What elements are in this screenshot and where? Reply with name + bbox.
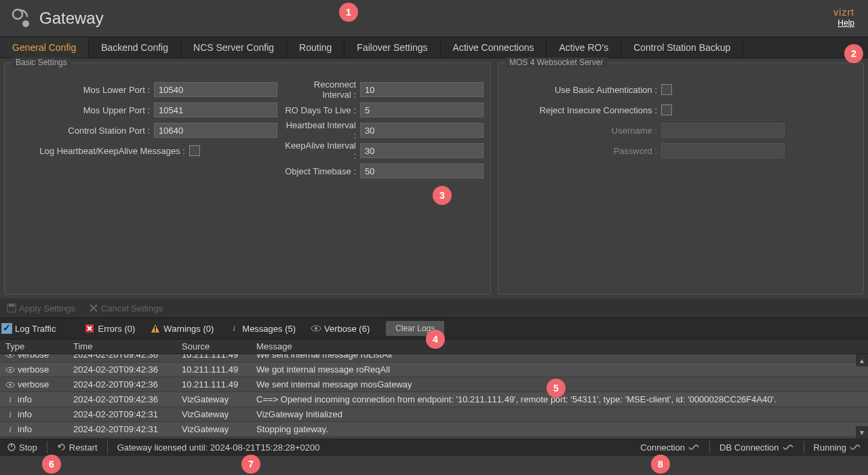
- log-type: verbose: [18, 364, 49, 375]
- log-col-time: Time: [68, 341, 176, 352]
- log-traffic-label: Log Traffic: [15, 324, 56, 334]
- ro-days-label: RO Days To Live :: [284, 105, 360, 115]
- tab-failover-settings[interactable]: Failover Settings: [344, 37, 440, 58]
- svg-point-10: [9, 354, 11, 356]
- tab-active-ros[interactable]: Active RO's: [547, 37, 621, 58]
- annotation-marker: 6: [42, 455, 61, 474]
- tab-backend-config[interactable]: Backend Config: [89, 37, 181, 58]
- apply-settings-label: Apply Settings: [19, 303, 75, 314]
- tab-bar: General Config Backend Config NCS Server…: [0, 37, 868, 58]
- log-time: 2024-02-20T09:42:36: [68, 394, 176, 404]
- log-traffic-checkbox[interactable]: [1, 323, 12, 334]
- scroll-down-button[interactable]: ▼: [856, 426, 868, 438]
- tab-active-connections[interactable]: Active Connections: [441, 37, 547, 58]
- svg-point-1: [22, 20, 29, 27]
- log-col-source: Source: [176, 341, 251, 352]
- control-station-port-label: Control Station Port :: [12, 126, 154, 136]
- tab-ncs-server-config[interactable]: NCS Server Config: [181, 37, 287, 58]
- restart-button[interactable]: Restart: [53, 442, 102, 453]
- log-row[interactable]: iinfo 2024-02-20T09:42:31 VizGateway Viz…: [0, 407, 868, 422]
- object-timebase-label: Object Timebase :: [284, 166, 360, 176]
- annotation-marker: 4: [426, 330, 445, 349]
- mos-upper-port-input[interactable]: [154, 102, 277, 117]
- log-row[interactable]: verbose 2024-02-20T09:42:36 10.211.111.4…: [0, 354, 868, 362]
- svg-point-14: [9, 383, 11, 385]
- content-area: Basic Settings Mos Lower Port : Mos Uppe…: [0, 58, 868, 299]
- mos-lower-port-input[interactable]: [154, 82, 277, 97]
- link-icon: [782, 442, 794, 452]
- info-icon: i: [5, 409, 15, 420]
- log-source: VizGateway: [176, 394, 251, 404]
- restart-label: Restart: [69, 442, 98, 453]
- log-row[interactable]: verbose 2024-02-20T09:42:36 10.211.111.4…: [0, 377, 868, 392]
- license-info: Gateway licensed until: 2024-08-21T15:28…: [113, 442, 324, 453]
- help-link[interactable]: Help: [837, 18, 854, 28]
- control-station-port-input[interactable]: [154, 123, 277, 138]
- tab-routing[interactable]: Routing: [287, 37, 344, 58]
- reconnect-interval-label: Reconnect Interval :: [284, 79, 360, 100]
- verbose-icon: [5, 381, 15, 388]
- log-row[interactable]: iinfo 2024-02-20T09:42:36 VizGateway C==…: [0, 392, 868, 407]
- cancel-settings-button[interactable]: Cancel Settings: [83, 301, 168, 316]
- warning-icon: [150, 323, 161, 334]
- db-connection-label: DB Connection: [719, 442, 778, 453]
- keepalive-interval-input[interactable]: [360, 143, 484, 158]
- log-time: 2024-02-20T09:42:36: [68, 364, 176, 375]
- use-basic-auth-checkbox[interactable]: [661, 84, 672, 95]
- annotation-marker: 1: [339, 3, 358, 22]
- reconnect-interval-input[interactable]: [360, 82, 484, 97]
- log-row[interactable]: verbose 2024-02-20T09:42:36 10.211.111.4…: [0, 362, 868, 377]
- brand-area: vizrt Help: [833, 7, 854, 28]
- basic-settings-panel: Basic Settings Mos Lower Port : Mos Uppe…: [4, 62, 491, 294]
- log-type: info: [18, 424, 32, 434]
- info-icon: i: [5, 394, 15, 405]
- log-message: VizGateway Initialized: [251, 409, 868, 419]
- tab-general-config[interactable]: General Config: [0, 37, 89, 58]
- log-message: We sent internal message roListAll: [251, 354, 868, 360]
- object-timebase-input[interactable]: [360, 164, 484, 178]
- heartbeat-interval-input[interactable]: [360, 123, 484, 138]
- heartbeat-interval-label: Heartbeat Interval :: [284, 120, 360, 140]
- log-time: 2024-02-20T09:42:31: [68, 409, 176, 419]
- svg-point-12: [9, 368, 11, 370]
- gateway-icon: [11, 7, 33, 29]
- username-input[interactable]: [661, 123, 785, 138]
- verbose-icon: [311, 323, 321, 334]
- log-type: info: [18, 409, 32, 419]
- link-icon: [849, 442, 861, 452]
- apply-settings-button[interactable]: Apply Settings: [1, 301, 81, 316]
- log-source: 10.211.111.49: [176, 364, 251, 375]
- log-table-body: verbose 2024-02-20T09:42:36 10.211.111.4…: [0, 354, 868, 438]
- svg-point-8: [315, 327, 317, 330]
- password-label: Password :: [505, 146, 661, 156]
- filter-messages[interactable]: i Messages (5): [226, 323, 298, 334]
- reject-insecure-checkbox[interactable]: [661, 104, 672, 115]
- log-source: 10.211.111.49: [176, 354, 251, 360]
- info-icon: i: [229, 323, 239, 334]
- log-time: 2024-02-20T09:42:36: [68, 379, 176, 390]
- app-title: Gateway: [39, 9, 104, 28]
- ro-days-input[interactable]: [360, 102, 484, 117]
- reject-insecure-label: Reject Insecure Connections :: [505, 105, 661, 115]
- filter-warnings[interactable]: Warnings (0): [147, 323, 216, 334]
- annotation-marker: 2: [844, 44, 863, 63]
- filter-errors[interactable]: Errors (0): [81, 323, 138, 334]
- log-row[interactable]: iinfo 2024-02-20T09:42:31 VizGateway Sto…: [0, 422, 868, 437]
- log-traffic-toggle[interactable]: Log Traffic: [1, 323, 56, 334]
- log-source: 10.211.111.49: [176, 379, 251, 390]
- verbose-icon: [5, 354, 15, 358]
- password-input[interactable]: [661, 143, 785, 158]
- tab-control-station-backup[interactable]: Control Station Backup: [621, 37, 743, 58]
- scroll-up-button[interactable]: ▲: [856, 354, 868, 366]
- cancel-icon: [89, 303, 98, 313]
- brand-text: vizrt: [833, 7, 854, 18]
- verbose-icon: [5, 366, 15, 373]
- stop-button[interactable]: Stop: [3, 442, 41, 453]
- websocket-server-panel: MOS 4 Websocket Server Use Basic Authent…: [498, 62, 864, 294]
- filter-verbose[interactable]: Verbose (6): [308, 323, 372, 334]
- cancel-settings-label: Cancel Settings: [101, 303, 163, 314]
- status-bar: Stop Restart Gateway licensed until: 202…: [0, 438, 868, 456]
- log-message: Stopping gateway.: [251, 424, 868, 434]
- log-source: VizGateway: [176, 409, 251, 419]
- log-heartbeat-checkbox[interactable]: [189, 145, 200, 156]
